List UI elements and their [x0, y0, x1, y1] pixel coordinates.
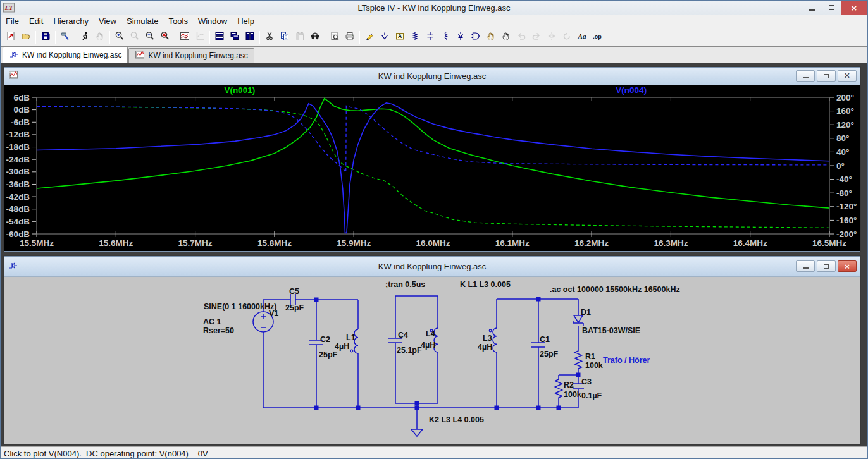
schematic-label: K2 L3 L4 0.005 [429, 415, 484, 424]
menu-hierarchy[interactable]: Hierarchy [48, 15, 94, 28]
y-right-tick-label: 200° [836, 93, 854, 102]
schematic-label: L3 [483, 334, 492, 343]
mirror-icon [547, 31, 557, 44]
schematic-label: 4µH [335, 342, 349, 351]
draw-wire-button[interactable] [362, 30, 377, 45]
schematic-window: KW ind Kopplung Einweg.asc × SINE(0 1 16… [4, 256, 860, 444]
schematic-drawing[interactable]: SINE(0 1 16000kHz)AC 1Rser=50V1C525pFC22… [4, 277, 860, 444]
minimize-button[interactable] [803, 1, 822, 15]
rotate-button [559, 30, 574, 45]
schematic-label: 0.1µF [581, 391, 602, 400]
junction-node [356, 406, 361, 410]
copy-button[interactable] [277, 30, 292, 45]
drag-button[interactable] [499, 30, 514, 45]
y-left-tick-label: -48dB [6, 204, 30, 214]
tile-horizontally-button[interactable] [212, 30, 227, 45]
find-button[interactable] [307, 30, 323, 45]
run-simulation-button[interactable] [77, 30, 92, 45]
zoom-out-button[interactable] [142, 30, 158, 45]
junction-node [536, 297, 541, 302]
menu-bar: FileEditHierarchyViewSimulateToolsWindow… [1, 15, 867, 28]
new-schematic-button[interactable] [3, 30, 18, 45]
autorange-y-axis-icon [180, 31, 190, 44]
y-right-tick-label: 80° [836, 133, 849, 143]
y-left-tick-label: -42dB [6, 192, 30, 202]
place-ground-button[interactable] [377, 30, 392, 45]
place-resistor-icon [410, 31, 420, 44]
save-button[interactable] [38, 30, 53, 45]
legend-v-n004-: V(n004) [616, 85, 647, 95]
rotate-icon [562, 31, 572, 44]
spice-directive-button[interactable]: .op [590, 30, 605, 45]
waveform-restore-button[interactable] [817, 70, 836, 82]
close-button[interactable]: × [841, 1, 867, 15]
place-capacitor-icon [425, 31, 435, 44]
schematic-label: Rser=50 [203, 326, 234, 335]
y-right-tick-label: -40° [836, 174, 852, 184]
tile-vertically-button[interactable] [227, 30, 242, 45]
y-left-tick-label: -24dB [6, 155, 30, 164]
place-inductor-button[interactable] [438, 30, 453, 45]
tab-schematic[interactable]: KW ind Kopplung Einweg.asc [3, 47, 128, 63]
bode-plot[interactable]: 6dB0dB-6dB-12dB-18dB-24dB-30dB-36dB-42dB… [4, 85, 860, 251]
waveform-window: KW ind Kopplung Einweg.asc × 6dB0dB-6dB-… [4, 67, 860, 252]
cut-icon [264, 31, 275, 44]
waveform-minimize-button[interactable] [796, 70, 815, 82]
menu-view[interactable]: View [94, 15, 121, 28]
x-tick-label: 15.6MHz [99, 238, 133, 248]
control-panel-button[interactable] [58, 30, 73, 45]
print-preview-button[interactable] [327, 30, 342, 45]
schematic-canvas[interactable]: SINE(0 1 16000kHz)AC 1Rser=50V1C525pFC22… [4, 277, 860, 444]
move-button[interactable] [483, 30, 499, 45]
y-right-tick-label: 40° [836, 147, 849, 157]
waveform-canvas[interactable]: 6dB0dB-6dB-12dB-18dB-24dB-30dB-36dB-42dB… [4, 85, 860, 251]
zoom-back-button [127, 30, 142, 45]
schematic-label: Trafo / Hörer [603, 356, 650, 365]
zoom-in-button[interactable] [112, 30, 127, 45]
schematic-label: D1 [581, 308, 591, 317]
y-right-tick-label: 0° [836, 161, 845, 171]
y-left-tick-label: 0dB [13, 105, 30, 114]
tab-waveform[interactable]: KW ind Kopplung Einweg.asc [128, 48, 254, 63]
place-resistor-button[interactable] [407, 30, 423, 45]
halt-simulation-button [92, 30, 108, 45]
cut-button[interactable] [262, 30, 277, 45]
place-diode-button[interactable] [453, 30, 468, 45]
zoom-full-extents-button[interactable] [158, 30, 173, 45]
menu-help[interactable]: Help [232, 15, 259, 28]
schematic-label: 100k [564, 390, 581, 399]
menu-tools[interactable]: Tools [164, 15, 193, 28]
schematic-window-title: KW ind Kopplung Einweg.asc [4, 262, 860, 271]
place-net-label-button[interactable]: A [392, 30, 407, 45]
schematic-minimize-button[interactable] [796, 260, 815, 272]
junction-node [415, 406, 419, 410]
copy-icon [280, 31, 290, 44]
place-text-button[interactable]: Aa [574, 30, 590, 45]
title-bar: LT LTspice IV - KW ind Kopplung Einweg.a… [1, 1, 867, 15]
autorange-y-axis-button[interactable] [177, 30, 192, 45]
schematic-label: R1 [585, 352, 595, 361]
schematic-close-button[interactable]: × [838, 260, 857, 272]
schematic-label: 4µH [421, 341, 435, 350]
y-left-tick-label: 6dB [13, 93, 30, 102]
place-component-button[interactable] [468, 30, 483, 45]
new-schematic-icon [6, 31, 16, 44]
y-left-tick-label: -60dB [6, 230, 30, 239]
schematic-restore-button[interactable] [817, 260, 836, 272]
cascade-windows-button[interactable] [242, 30, 257, 45]
open-file-button[interactable] [18, 30, 34, 45]
schematic-label: 100k [585, 361, 603, 370]
place-capacitor-button[interactable] [423, 30, 438, 45]
print-button[interactable] [342, 30, 357, 45]
menu-edit[interactable]: Edit [24, 15, 48, 28]
schematic-label: 25pF [540, 350, 559, 358]
menu-window[interactable]: Window [193, 15, 232, 28]
app-title: LTspice IV - KW ind Kopplung Einweg.asc [1, 3, 867, 13]
menu-simulate[interactable]: Simulate [121, 15, 164, 28]
schematic-label: SINE(0 1 16000kHz) [204, 302, 276, 311]
maximize-button[interactable] [822, 1, 841, 15]
schematic-label: 25pF [319, 350, 338, 359]
waveform-close-button[interactable]: × [838, 70, 857, 82]
schematic-label: L1 [346, 333, 356, 342]
menu-file[interactable]: File [1, 15, 24, 28]
